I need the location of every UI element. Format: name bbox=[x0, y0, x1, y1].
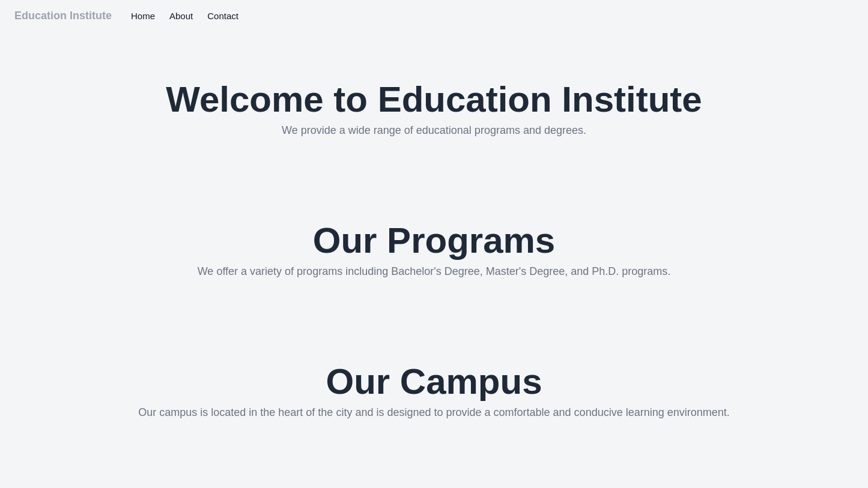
campus-section: Our Campus Our campus is located in the … bbox=[0, 314, 868, 455]
nav-link-home[interactable]: Home bbox=[131, 11, 155, 21]
hero-title: Welcome to Education Institute bbox=[24, 80, 844, 119]
hero-section: Welcome to Education Institute We provid… bbox=[0, 32, 868, 173]
nav-links: Home About Contact bbox=[131, 11, 238, 22]
programs-subtitle: We offer a variety of programs including… bbox=[24, 265, 844, 278]
nav-link-about[interactable]: About bbox=[169, 11, 193, 21]
nav-link-contact[interactable]: Contact bbox=[207, 11, 238, 21]
programs-title: Our Programs bbox=[24, 221, 844, 261]
campus-subtitle: Our campus is located in the heart of th… bbox=[24, 406, 844, 419]
campus-title: Our Campus bbox=[24, 362, 844, 402]
navbar: Education Institute Home About Contact bbox=[0, 0, 868, 32]
nav-brand: Education Institute bbox=[14, 10, 112, 22]
hero-subtitle: We provide a wide range of educational p… bbox=[24, 124, 844, 137]
programs-section: Our Programs We offer a variety of progr… bbox=[0, 173, 868, 314]
